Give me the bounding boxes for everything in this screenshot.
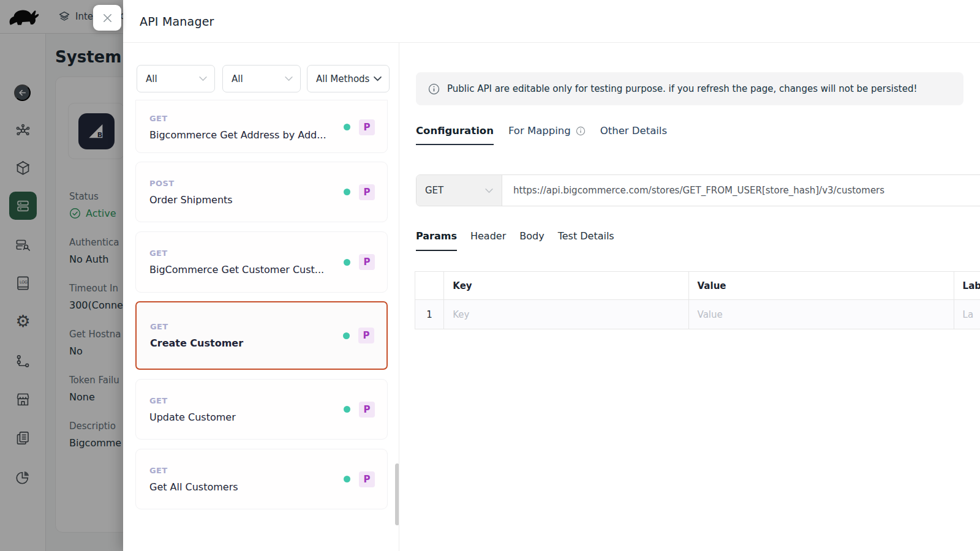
drawer-header: API Manager bbox=[123, 0, 980, 43]
request-subtabs: Params Header Body Test Details bbox=[416, 230, 614, 251]
method-label: GET bbox=[149, 249, 324, 258]
subtab-body[interactable]: Body bbox=[519, 230, 544, 251]
api-list-item[interactable]: GET Get All Customers P bbox=[135, 449, 388, 509]
tab-configuration[interactable]: Configuration bbox=[416, 125, 494, 144]
filter-value: All bbox=[232, 73, 243, 84]
chevron-down-icon bbox=[485, 188, 493, 193]
subtab-test-details[interactable]: Test Details bbox=[558, 230, 614, 251]
method-select[interactable]: GET bbox=[417, 175, 502, 206]
filter-value: All bbox=[146, 73, 157, 84]
chevron-down-icon bbox=[374, 76, 382, 81]
status-dot bbox=[343, 332, 350, 339]
params-row: 1 Key Value La bbox=[415, 300, 980, 329]
params-header-row: Key Value Lab bbox=[415, 272, 980, 300]
api-list-item[interactable]: POST Order Shipments P bbox=[135, 162, 388, 222]
row-index: 1 bbox=[415, 300, 444, 329]
api-list-item-selected[interactable]: GET Create Customer P bbox=[135, 301, 388, 370]
public-badge: P bbox=[359, 402, 375, 418]
public-badge: P bbox=[358, 328, 374, 343]
banner-text: Public API are editable only for testing… bbox=[447, 83, 917, 94]
method-value: GET bbox=[425, 185, 443, 196]
method-label: GET bbox=[149, 114, 326, 123]
info-icon bbox=[576, 126, 586, 136]
status-dot bbox=[344, 406, 350, 413]
col-key: Key bbox=[444, 272, 688, 300]
status-dot bbox=[344, 189, 350, 195]
key-input[interactable]: Key bbox=[444, 300, 688, 329]
info-icon bbox=[428, 83, 440, 95]
drawer-title: API Manager bbox=[140, 15, 214, 28]
api-name: Create Customer bbox=[150, 337, 243, 349]
api-list-item[interactable]: GET BigCommerce Get Customer Cust... P bbox=[135, 231, 388, 293]
filter-value: All Methods bbox=[316, 73, 369, 84]
public-badge: P bbox=[359, 119, 375, 135]
tab-label: Configuration bbox=[416, 125, 494, 137]
tab-label: For Mapping bbox=[508, 125, 571, 137]
method-label: GET bbox=[150, 322, 243, 331]
tab-other-details[interactable]: Other Details bbox=[600, 125, 667, 144]
api-manager-drawer: API Manager GET Bigcommerce Get Address … bbox=[123, 0, 980, 551]
chevron-down-icon bbox=[199, 76, 207, 81]
public-badge: P bbox=[359, 184, 375, 200]
api-name: Get All Customers bbox=[149, 481, 238, 493]
api-name: BigCommerce Get Customer Cust... bbox=[149, 264, 324, 276]
list-scrollbar-thumb[interactable] bbox=[395, 463, 399, 525]
status-dot bbox=[344, 259, 350, 266]
value-input[interactable]: Value bbox=[688, 300, 954, 329]
tab-for-mapping[interactable]: For Mapping bbox=[508, 125, 586, 144]
status-dot bbox=[344, 476, 350, 482]
subtab-params[interactable]: Params bbox=[416, 230, 457, 251]
filter-bar: All All All Methods bbox=[123, 43, 399, 100]
status-dot bbox=[344, 124, 350, 130]
detail-tabs: Configuration For Mapping Other Details bbox=[416, 125, 667, 144]
filter-select-1[interactable]: All bbox=[137, 65, 215, 92]
col-label: Lab bbox=[954, 272, 980, 300]
api-list-panel: GET Bigcommerce Get Address by Add... P … bbox=[123, 43, 399, 551]
params-table: Key Value Lab 1 Key Value La bbox=[415, 271, 980, 329]
close-icon bbox=[102, 12, 113, 24]
chevron-down-icon bbox=[285, 76, 293, 81]
label-input[interactable]: La bbox=[954, 300, 980, 329]
subtab-header[interactable]: Header bbox=[470, 230, 506, 251]
col-value: Value bbox=[688, 272, 954, 300]
api-name: Bigcommerce Get Address by Add... bbox=[149, 129, 326, 141]
close-button[interactable] bbox=[93, 5, 121, 31]
public-badge: P bbox=[359, 471, 375, 487]
filter-select-2[interactable]: All bbox=[222, 65, 301, 92]
info-banner: Public API are editable only for testing… bbox=[416, 72, 963, 105]
method-label: GET bbox=[149, 466, 238, 475]
tab-label: Other Details bbox=[600, 125, 667, 137]
api-list-item[interactable]: GET Update Customer P bbox=[135, 379, 388, 440]
method-label: POST bbox=[149, 179, 233, 188]
col-index bbox=[415, 272, 444, 300]
api-name: Order Shipments bbox=[149, 194, 233, 206]
filter-select-methods[interactable]: All Methods bbox=[307, 65, 390, 92]
url-input[interactable]: https://api.bigcommerce.com/stores/GET_F… bbox=[502, 175, 980, 206]
method-label: GET bbox=[149, 396, 236, 405]
api-name: Update Customer bbox=[149, 411, 236, 423]
request-row: GET https://api.bigcommerce.com/stores/G… bbox=[416, 174, 980, 206]
api-list-item[interactable]: GET Bigcommerce Get Address by Add... P bbox=[135, 100, 388, 153]
public-badge: P bbox=[359, 254, 375, 270]
